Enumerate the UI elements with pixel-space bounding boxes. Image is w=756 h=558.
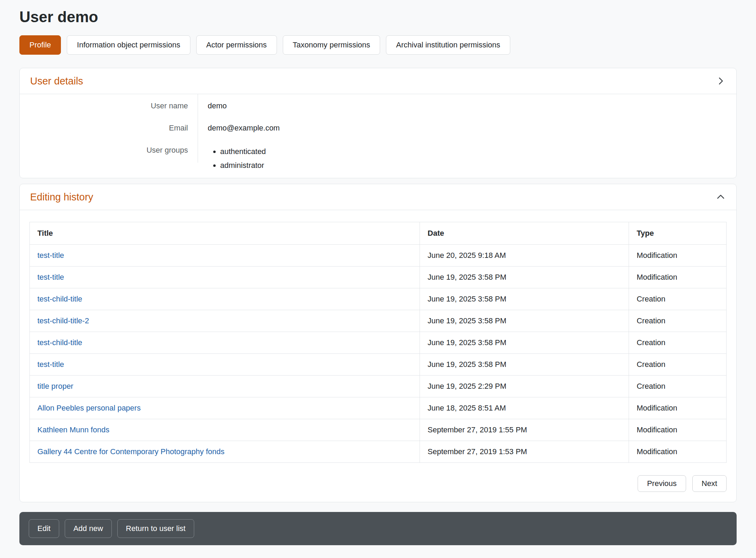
record-link[interactable]: test-child-title-2 (37, 316, 89, 325)
user-details-heading: User details (30, 75, 83, 87)
record-link[interactable]: test-title (37, 273, 64, 281)
record-type: Creation (629, 310, 727, 332)
user-group-item: administrator (220, 159, 266, 172)
tab-information-object-permissions[interactable]: Information object permissions (67, 35, 190, 55)
return-to-user-list-button[interactable]: Return to user list (117, 519, 194, 538)
table-row: test-title June 19, 2025 3:58 PM Modific… (30, 267, 727, 288)
record-link[interactable]: Allon Peebles personal papers (37, 404, 141, 412)
tab-actor-permissions[interactable]: Actor permissions (196, 35, 277, 55)
record-link[interactable]: Gallery 44 Centre for Contemporary Photo… (37, 447, 225, 456)
record-date: June 18, 2025 8:51 AM (420, 397, 629, 419)
user-groups-list: authenticated administrator (208, 145, 266, 172)
tab-taxonomy-permissions[interactable]: Taxonomy permissions (283, 35, 380, 55)
chevron-up-icon[interactable] (716, 192, 726, 202)
detail-value: demo (198, 94, 227, 117)
record-date: September 27, 2019 1:55 PM (420, 419, 629, 441)
record-type: Creation (629, 288, 727, 310)
record-type: Creation (629, 354, 727, 376)
record-link[interactable]: title proper (37, 382, 73, 390)
record-date: June 19, 2025 3:58 PM (420, 354, 629, 376)
record-type: Modification (629, 441, 727, 463)
record-date: June 20, 2025 9:18 AM (420, 245, 629, 267)
action-bar: Edit Add new Return to user list (19, 512, 737, 545)
editing-history-table: Title Date Type test-title June 20, 2025… (29, 222, 727, 463)
record-link[interactable]: test-title (37, 251, 64, 260)
tab-archival-institution-permissions[interactable]: Archival institution permissions (386, 35, 510, 55)
detail-value: demo@example.com (198, 117, 280, 139)
detail-row-email: Email demo@example.com (20, 117, 736, 139)
record-type: Creation (629, 332, 727, 354)
record-date: September 27, 2019 1:53 PM (420, 441, 629, 463)
record-link[interactable]: test-child-title (37, 295, 82, 303)
tabs: Profile Information object permissions A… (19, 35, 737, 55)
table-row: Kathleen Munn fonds September 27, 2019 1… (30, 419, 727, 441)
table-row: test-child-title-2 June 19, 2025 3:58 PM… (30, 310, 727, 332)
record-date: June 19, 2025 3:58 PM (420, 332, 629, 354)
detail-label: User groups (20, 139, 198, 163)
record-type: Creation (629, 376, 727, 397)
record-type: Modification (629, 267, 727, 288)
column-header-type: Type (629, 222, 727, 245)
record-type: Modification (629, 397, 727, 419)
record-link[interactable]: Kathleen Munn fonds (37, 425, 109, 434)
page: User demo Profile Information object per… (19, 8, 737, 545)
add-new-button[interactable]: Add new (65, 519, 112, 538)
detail-label: User name (20, 94, 198, 117)
page-title: User demo (19, 8, 737, 26)
editing-history-body: Title Date Type test-title June 20, 2025… (20, 210, 736, 502)
column-header-date: Date (420, 222, 629, 245)
column-header-title: Title (30, 222, 420, 245)
table-row: test-title June 20, 2025 9:18 AM Modific… (30, 245, 727, 267)
tab-profile[interactable]: Profile (19, 35, 61, 55)
detail-value: authenticated administrator (198, 139, 266, 178)
table-row: title proper June 19, 2025 2:29 PM Creat… (30, 376, 727, 397)
record-date: June 19, 2025 2:29 PM (420, 376, 629, 397)
record-link[interactable]: test-title (37, 360, 64, 369)
next-button[interactable]: Next (692, 475, 727, 492)
table-row: test-child-title June 19, 2025 3:58 PM C… (30, 288, 727, 310)
user-details-body: User name demo Email demo@example.com Us… (20, 94, 736, 178)
pagination: Previous Next (29, 475, 727, 492)
detail-label: Email (20, 117, 198, 139)
chevron-right-icon[interactable] (716, 76, 726, 86)
editing-history-header[interactable]: Editing history (20, 184, 736, 210)
edit-button[interactable]: Edit (29, 519, 59, 538)
table-header-row: Title Date Type (30, 222, 727, 245)
record-date: June 19, 2025 3:58 PM (420, 288, 629, 310)
previous-button[interactable]: Previous (638, 475, 686, 492)
editing-history-heading: Editing history (30, 191, 93, 203)
record-type: Modification (629, 419, 727, 441)
table-row: test-child-title June 19, 2025 3:58 PM C… (30, 332, 727, 354)
table-row: Allon Peebles personal papers June 18, 2… (30, 397, 727, 419)
record-date: June 19, 2025 3:58 PM (420, 267, 629, 288)
user-details-panel: User details User name demo Email demo@e… (19, 68, 737, 178)
table-row: Gallery 44 Centre for Contemporary Photo… (30, 441, 727, 463)
user-group-item: authenticated (220, 145, 266, 159)
user-details-header[interactable]: User details (20, 68, 736, 94)
detail-row-user-groups: User groups authenticated administrator (20, 139, 736, 178)
detail-row-user-name: User name demo (20, 94, 736, 117)
table-row: test-title June 19, 2025 3:58 PM Creatio… (30, 354, 727, 376)
editing-history-panel: Editing history Title Date Type test-tit… (19, 184, 737, 502)
record-date: June 19, 2025 3:58 PM (420, 310, 629, 332)
record-link[interactable]: test-child-title (37, 338, 82, 347)
record-type: Modification (629, 245, 727, 267)
